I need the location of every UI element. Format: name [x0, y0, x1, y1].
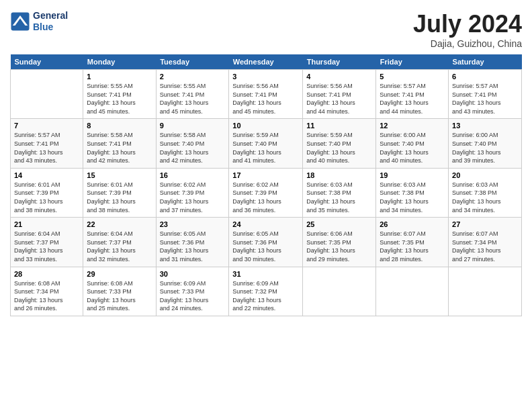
logo-text: General Blue — [33, 10, 68, 33]
day-number: 13 — [452, 122, 518, 130]
week-row-3: 14Sunrise: 6:01 AM Sunset: 7:39 PM Dayli… — [11, 168, 522, 217]
day-info: Sunrise: 6:03 AM Sunset: 7:38 PM Dayligh… — [380, 181, 445, 214]
day-number: 25 — [306, 220, 372, 228]
day-cell: 27Sunrise: 6:07 AM Sunset: 7:34 PM Dayli… — [449, 218, 522, 267]
day-number: 19 — [380, 171, 445, 179]
day-number: 5 — [380, 73, 445, 81]
day-number: 27 — [452, 220, 518, 228]
day-cell: 28Sunrise: 6:08 AM Sunset: 7:34 PM Dayli… — [11, 267, 83, 316]
week-row-1: 1Sunrise: 5:55 AM Sunset: 7:41 PM Daylig… — [11, 70, 522, 119]
day-cell: 29Sunrise: 6:08 AM Sunset: 7:33 PM Dayli… — [83, 267, 156, 316]
day-cell: 11Sunrise: 5:59 AM Sunset: 7:40 PM Dayli… — [303, 119, 376, 168]
header: General Blue July 2024 Dajia, Guizhou, C… — [10, 10, 522, 49]
day-info: Sunrise: 6:02 AM Sunset: 7:39 PM Dayligh… — [160, 181, 226, 214]
day-cell: 21Sunrise: 6:04 AM Sunset: 7:37 PM Dayli… — [11, 218, 83, 267]
day-cell: 8Sunrise: 5:58 AM Sunset: 7:41 PM Daylig… — [83, 119, 156, 168]
day-cell: 19Sunrise: 6:03 AM Sunset: 7:38 PM Dayli… — [376, 168, 449, 217]
day-number: 4 — [306, 73, 372, 81]
day-cell: 25Sunrise: 6:06 AM Sunset: 7:35 PM Dayli… — [303, 218, 376, 267]
day-number: 14 — [14, 171, 79, 179]
day-number: 2 — [160, 73, 226, 81]
day-number: 6 — [452, 73, 518, 81]
day-info: Sunrise: 6:03 AM Sunset: 7:38 PM Dayligh… — [452, 181, 518, 214]
day-info: Sunrise: 6:08 AM Sunset: 7:33 PM Dayligh… — [87, 279, 152, 313]
day-info: Sunrise: 6:00 AM Sunset: 7:40 PM Dayligh… — [380, 131, 445, 165]
day-cell: 22Sunrise: 6:04 AM Sunset: 7:37 PM Dayli… — [83, 218, 156, 267]
day-cell: 17Sunrise: 6:02 AM Sunset: 7:39 PM Dayli… — [229, 168, 303, 217]
location: Dajia, Guizhou, China — [413, 38, 522, 49]
col-header-thursday: Thursday — [303, 54, 376, 70]
col-header-monday: Monday — [83, 54, 156, 70]
day-cell: 2Sunrise: 5:55 AM Sunset: 7:41 PM Daylig… — [156, 70, 229, 119]
day-cell: 7Sunrise: 5:57 AM Sunset: 7:41 PM Daylig… — [11, 119, 83, 168]
logo-icon — [10, 11, 30, 32]
day-number: 31 — [232, 270, 299, 278]
day-info: Sunrise: 5:56 AM Sunset: 7:41 PM Dayligh… — [232, 82, 299, 116]
col-header-saturday: Saturday — [449, 54, 522, 70]
day-cell: 15Sunrise: 6:01 AM Sunset: 7:39 PM Dayli… — [83, 168, 156, 217]
col-header-sunday: Sunday — [11, 54, 83, 70]
day-info: Sunrise: 6:04 AM Sunset: 7:37 PM Dayligh… — [14, 230, 79, 263]
day-cell: 5Sunrise: 5:57 AM Sunset: 7:41 PM Daylig… — [376, 70, 449, 119]
day-number: 16 — [160, 171, 226, 179]
day-cell: 6Sunrise: 5:57 AM Sunset: 7:41 PM Daylig… — [449, 70, 522, 119]
day-info: Sunrise: 6:06 AM Sunset: 7:35 PM Dayligh… — [306, 230, 372, 263]
day-info: Sunrise: 6:07 AM Sunset: 7:35 PM Dayligh… — [380, 230, 445, 263]
day-cell: 13Sunrise: 6:00 AM Sunset: 7:40 PM Dayli… — [449, 119, 522, 168]
day-number: 24 — [232, 220, 299, 228]
logo: General Blue — [10, 10, 68, 33]
day-info: Sunrise: 6:05 AM Sunset: 7:36 PM Dayligh… — [160, 230, 226, 263]
day-info: Sunrise: 5:59 AM Sunset: 7:40 PM Dayligh… — [306, 131, 372, 165]
day-info: Sunrise: 6:07 AM Sunset: 7:34 PM Dayligh… — [452, 230, 518, 263]
day-number: 18 — [306, 171, 372, 179]
day-cell: 12Sunrise: 6:00 AM Sunset: 7:40 PM Dayli… — [376, 119, 449, 168]
day-cell — [376, 267, 449, 316]
day-info: Sunrise: 5:55 AM Sunset: 7:41 PM Dayligh… — [160, 82, 226, 116]
day-number: 22 — [87, 220, 152, 228]
day-cell: 24Sunrise: 6:05 AM Sunset: 7:36 PM Dayli… — [229, 218, 303, 267]
day-info: Sunrise: 6:08 AM Sunset: 7:34 PM Dayligh… — [14, 279, 79, 313]
day-cell: 18Sunrise: 6:03 AM Sunset: 7:38 PM Dayli… — [303, 168, 376, 217]
day-info: Sunrise: 5:57 AM Sunset: 7:41 PM Dayligh… — [14, 131, 79, 165]
day-cell: 23Sunrise: 6:05 AM Sunset: 7:36 PM Dayli… — [156, 218, 229, 267]
day-number: 26 — [380, 220, 445, 228]
day-cell: 16Sunrise: 6:02 AM Sunset: 7:39 PM Dayli… — [156, 168, 229, 217]
day-info: Sunrise: 6:04 AM Sunset: 7:37 PM Dayligh… — [87, 230, 152, 263]
day-number: 21 — [14, 220, 79, 228]
col-header-friday: Friday — [376, 54, 449, 70]
day-cell: 14Sunrise: 6:01 AM Sunset: 7:39 PM Dayli… — [11, 168, 83, 217]
day-number: 30 — [160, 270, 226, 278]
day-info: Sunrise: 5:59 AM Sunset: 7:40 PM Dayligh… — [232, 131, 299, 165]
day-number: 15 — [87, 171, 152, 179]
week-row-5: 28Sunrise: 6:08 AM Sunset: 7:34 PM Dayli… — [11, 267, 522, 316]
day-cell: 4Sunrise: 5:56 AM Sunset: 7:41 PM Daylig… — [303, 70, 376, 119]
day-cell: 3Sunrise: 5:56 AM Sunset: 7:41 PM Daylig… — [229, 70, 303, 119]
day-number: 9 — [160, 122, 226, 130]
column-headers: SundayMondayTuesdayWednesdayThursdayFrid… — [11, 54, 522, 70]
day-info: Sunrise: 5:55 AM Sunset: 7:41 PM Dayligh… — [87, 82, 152, 116]
day-number: 20 — [452, 171, 518, 179]
day-number: 23 — [160, 220, 226, 228]
day-cell — [11, 70, 83, 119]
title-area: July 2024 Dajia, Guizhou, China — [413, 10, 522, 49]
week-row-4: 21Sunrise: 6:04 AM Sunset: 7:37 PM Dayli… — [11, 218, 522, 267]
day-cell — [449, 267, 522, 316]
day-info: Sunrise: 6:00 AM Sunset: 7:40 PM Dayligh… — [452, 131, 518, 165]
day-info: Sunrise: 6:02 AM Sunset: 7:39 PM Dayligh… — [232, 181, 299, 214]
page-container: General Blue July 2024 Dajia, Guizhou, C… — [0, 0, 532, 323]
day-info: Sunrise: 6:01 AM Sunset: 7:39 PM Dayligh… — [87, 181, 152, 214]
day-number: 10 — [232, 122, 299, 130]
day-number: 11 — [306, 122, 372, 130]
day-number: 12 — [380, 122, 445, 130]
day-number: 28 — [14, 270, 79, 278]
day-number: 29 — [87, 270, 152, 278]
day-info: Sunrise: 5:57 AM Sunset: 7:41 PM Dayligh… — [452, 82, 518, 116]
day-number: 1 — [87, 73, 152, 81]
day-cell: 20Sunrise: 6:03 AM Sunset: 7:38 PM Dayli… — [449, 168, 522, 217]
day-cell: 1Sunrise: 5:55 AM Sunset: 7:41 PM Daylig… — [83, 70, 156, 119]
day-number: 3 — [232, 73, 299, 81]
week-row-2: 7Sunrise: 5:57 AM Sunset: 7:41 PM Daylig… — [11, 119, 522, 168]
month-title: July 2024 — [413, 10, 522, 38]
calendar-table: SundayMondayTuesdayWednesdayThursdayFrid… — [10, 54, 522, 316]
day-info: Sunrise: 6:01 AM Sunset: 7:39 PM Dayligh… — [14, 181, 79, 214]
